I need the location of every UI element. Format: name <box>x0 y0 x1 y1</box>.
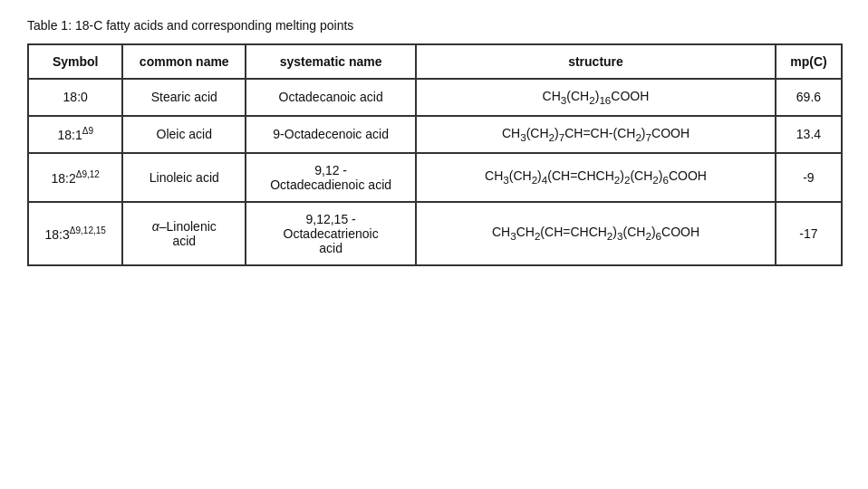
header-common-name: common name <box>122 44 246 79</box>
cell-common-name: Linoleic acid <box>122 153 246 202</box>
header-mp: mp(C) <box>776 44 842 79</box>
cell-mp: -9 <box>776 153 842 202</box>
cell-common-name: α–Linolenicacid <box>122 202 246 265</box>
table-title: Table 1: 18-C fatty acids and correspond… <box>27 18 841 33</box>
cell-common-name: Oleic acid <box>122 116 246 153</box>
cell-mp: -17 <box>776 202 842 265</box>
table-row: 18:2Δ9,12 Linoleic acid 9,12 -Octadecadi… <box>28 153 842 202</box>
header-structure: structure <box>416 44 776 79</box>
cell-systematic-name: 9-Octadecenoic acid <box>246 116 416 153</box>
cell-symbol: 18:2Δ9,12 <box>28 153 122 202</box>
cell-systematic-name: Octadecanoic acid <box>246 79 416 116</box>
cell-structure: CH3(CH2)7CH=CH-(CH2)7COOH <box>416 116 776 153</box>
cell-symbol: 18:1Δ9 <box>28 116 122 153</box>
cell-mp: 13.4 <box>776 116 842 153</box>
cell-common-name: Stearic acid <box>122 79 246 116</box>
cell-mp: 69.6 <box>776 79 842 116</box>
header-symbol: Symbol <box>28 44 122 79</box>
cell-symbol: 18:0 <box>28 79 122 116</box>
fatty-acids-table: Symbol common name systematic name struc… <box>27 43 843 266</box>
table-row: 18:1Δ9 Oleic acid 9-Octadecenoic acid CH… <box>28 116 842 153</box>
table-row: 18:3Δ9,12,15 α–Linolenicacid 9,12,15 -Oc… <box>28 202 842 265</box>
cell-symbol: 18:3Δ9,12,15 <box>28 202 122 265</box>
cell-systematic-name: 9,12,15 -Octadecatrienoicacid <box>246 202 416 265</box>
table-row: 18:0 Stearic acid Octadecanoic acid CH3(… <box>28 79 842 116</box>
cell-structure: CH3(CH2)16COOH <box>416 79 776 116</box>
cell-structure: CH3(CH2)4(CH=CHCH2)2(CH2)6COOH <box>416 153 776 202</box>
header-systematic-name: systematic name <box>246 44 416 79</box>
cell-systematic-name: 9,12 -Octadecadienoic acid <box>246 153 416 202</box>
cell-structure: CH3CH2(CH=CHCH2)3(CH2)6COOH <box>416 202 776 265</box>
